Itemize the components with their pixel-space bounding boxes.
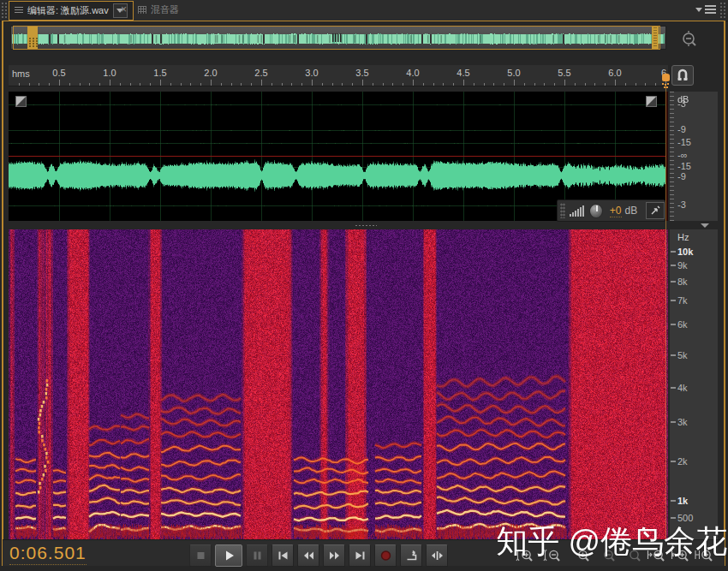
frequency-label: 4k <box>677 383 688 393</box>
fade-in-handle[interactable] <box>15 96 27 107</box>
spectrogram-canvas[interactable] <box>9 229 668 539</box>
stop-button[interactable] <box>189 544 212 567</box>
frequency-tick <box>671 251 676 253</box>
frequency-tick <box>671 354 676 356</box>
gain-value[interactable]: +0 <box>610 205 622 217</box>
ruler-tick <box>130 83 131 86</box>
panel-drag-grip-left[interactable] <box>1 2 8 19</box>
rewind-button[interactable] <box>297 544 319 567</box>
skip-to-start-button[interactable] <box>272 544 294 567</box>
ruler-tick <box>463 80 464 86</box>
ruler-tick <box>140 83 140 86</box>
frequency-tick <box>671 517 676 519</box>
ruler-tick <box>160 80 161 86</box>
overview-navigator[interactable] <box>10 26 666 50</box>
hud-pin-button[interactable] <box>646 202 665 219</box>
gain-knob[interactable] <box>589 204 603 218</box>
pause-button[interactable] <box>246 544 268 567</box>
loop-playback-button[interactable] <box>400 544 422 567</box>
ruler-tick <box>564 80 565 86</box>
panel-split-divider[interactable] <box>9 221 668 229</box>
tab-mixer[interactable]: 混音器 <box>133 1 184 19</box>
ruler-label: 3.0 <box>305 68 318 78</box>
ruler-tick <box>312 80 313 86</box>
panel-menu-button[interactable] <box>695 5 716 15</box>
amplitude-scale[interactable]: dB -3-9-15-∞-15-9-3 <box>670 92 718 221</box>
menu-lines-icon <box>705 5 716 15</box>
frequency-label: 6k <box>677 319 688 330</box>
skip-to-end-button[interactable] <box>349 544 371 567</box>
amplitude-label: -15 <box>677 161 691 171</box>
zoom-out-full-icon[interactable] <box>678 30 701 51</box>
play-button[interactable] <box>215 544 242 567</box>
ruler-tick <box>59 80 60 86</box>
ruler-tick <box>493 83 494 86</box>
ruler-tick <box>474 83 474 86</box>
ruler-tick <box>636 83 636 86</box>
amplitude-label: -9 <box>677 124 686 134</box>
panel-frame-right <box>724 21 725 566</box>
ruler-tick <box>261 80 262 86</box>
ruler-tick <box>231 83 232 86</box>
ruler-tick <box>99 83 100 86</box>
frequency-label: 7k <box>677 295 688 306</box>
ruler-label: 4.0 <box>406 68 419 78</box>
ruler-tick <box>80 83 81 86</box>
ruler-tick <box>352 83 353 86</box>
tab-editor-label: 编辑器: 激励源.wav <box>27 4 109 17</box>
amplitude-ticks <box>670 92 674 221</box>
skip-selection-button[interactable] <box>426 544 448 567</box>
overview-waveform[interactable] <box>10 26 666 50</box>
tab-editor[interactable]: 编辑器: 激励源.wav <box>9 1 134 21</box>
tab-close-icon[interactable]: × <box>121 3 127 15</box>
timecode-display[interactable]: 0:06.501 <box>9 543 87 565</box>
ruler-tick <box>342 83 343 86</box>
divider-grip[interactable] <box>355 224 377 227</box>
ruler-tick <box>200 83 201 86</box>
panel-drag-grip-right[interactable] <box>719 2 726 19</box>
panel-frame-left <box>2 21 3 566</box>
ruler-tick <box>625 83 626 86</box>
ruler-tick <box>605 83 606 86</box>
ruler-label: 2.0 <box>204 68 217 78</box>
record-button[interactable] <box>374 544 397 567</box>
amplitude-label: -∞ <box>677 150 688 160</box>
ruler-tick <box>403 83 403 86</box>
gain-unit-label: dB <box>625 205 638 217</box>
ruler-tick <box>282 83 283 86</box>
ruler-tick <box>453 83 454 86</box>
mixer-grid-icon <box>138 6 146 14</box>
ruler-tick <box>514 80 515 86</box>
panel-frame-top <box>2 21 725 21</box>
spectrogram-display[interactable] <box>9 229 668 539</box>
chevron-down-icon <box>695 8 702 12</box>
ruler-tick <box>322 83 323 86</box>
watermark: 知乎 @倦鸟余花 <box>496 520 727 563</box>
ruler-tick <box>413 80 414 86</box>
hud-drag-grip[interactable] <box>560 203 565 218</box>
ruler-label: 2.5 <box>254 68 267 78</box>
panel-lines-icon <box>15 7 23 15</box>
scale-menu-caret[interactable] <box>701 223 709 228</box>
ruler-tick <box>383 83 384 86</box>
time-ruler[interactable]: hms 0.51.01.52.02.53.03.54.04.55.05.56.0… <box>9 65 668 86</box>
fade-out-handle[interactable] <box>646 96 657 107</box>
ruler-tick <box>120 83 121 86</box>
ruler-tick <box>39 83 39 86</box>
ruler-label: 6.0 <box>608 68 621 78</box>
snap-toggle-button[interactable] <box>671 65 694 86</box>
ruler-label: 1.5 <box>153 68 166 78</box>
fast-forward-button[interactable] <box>323 544 345 567</box>
frequency-label: 8k <box>677 277 688 287</box>
ruler-tick <box>221 83 222 86</box>
ruler-tick <box>615 80 616 86</box>
ruler-label: 1.0 <box>103 68 116 78</box>
ruler-tick <box>251 83 252 86</box>
ruler-tick <box>554 83 555 86</box>
frequency-label: 10k <box>677 247 693 257</box>
tab-bar: 编辑器: 激励源.wav × 混音器 <box>0 0 728 21</box>
playhead-handle[interactable] <box>660 74 672 88</box>
ruler-tick <box>575 83 576 86</box>
frequency-scale[interactable]: Hz 10k9k8k7k6k5k4k3k2k1k500 <box>670 229 718 539</box>
frequency-label: 3k <box>677 417 688 427</box>
